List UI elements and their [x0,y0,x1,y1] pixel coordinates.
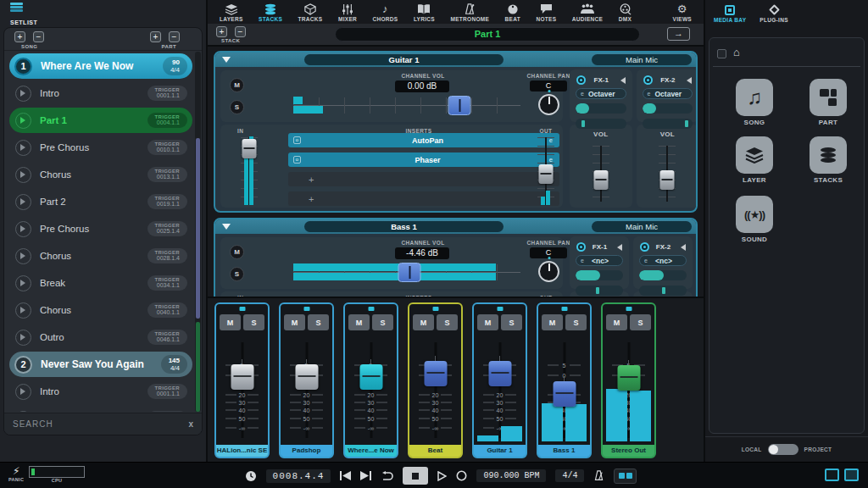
setlist-item[interactable]: Intro TRIGGER0001.1.1 [9,379,192,404]
fx-edit-icon[interactable]: e [648,91,651,97]
mixer-channel-strip[interactable]: M S 5 0 20 [214,302,270,458]
channel-name[interactable]: Guitar 1 [474,445,526,457]
mixer-solo-button[interactable]: S [565,314,587,330]
layout-toggle-left[interactable] [825,469,839,481]
fader-cap[interactable] [488,361,511,386]
pan-knob[interactable] [538,261,559,282]
insert-power-icon[interactable]: o [293,136,301,144]
setlist-item[interactable]: Chorus TRIGGER0013.1.1 [9,162,192,187]
fader-cap[interactable] [617,365,640,391]
collapse-icon[interactable] [222,224,231,234]
insert-slot[interactable]: o AutoPan e [288,133,559,147]
stack-name[interactable]: Bass 1 [304,221,504,232]
fx-power-button[interactable] [640,242,649,252]
fx-send-slider[interactable] [639,270,687,280]
tab-stacks[interactable]: STACKS [259,3,282,22]
mute-button[interactable]: M [230,245,244,259]
collapse-icon[interactable] [222,57,231,67]
mixer-solo-button[interactable]: S [308,314,329,330]
play-icon[interactable] [15,167,31,183]
mixer-mute-button[interactable]: M [542,314,563,330]
channel-fader-zone[interactable]: 5 0 20 30 40 50 [540,338,588,441]
tab-dmx[interactable]: DMX [619,3,632,22]
loop-button[interactable] [381,471,393,481]
fx-edit-icon[interactable]: e [581,258,584,263]
setlist-item[interactable]: Outro TRIGGER0046.1.1 [9,324,192,350]
mixer-mute-button[interactable]: M [348,314,370,330]
channel-vol-value[interactable]: 0.00 dB [395,80,449,92]
fx-plugin-slot[interactable]: e <nc> [639,255,687,266]
tile-part[interactable]: PART [803,79,854,126]
setlist-item[interactable]: Break TRIGGER0034.1.1 [9,270,192,296]
stack-name[interactable]: Guitar 1 [304,54,504,65]
mixer-mute-button[interactable]: M [220,314,241,330]
next-button[interactable] [360,471,371,480]
channel-vol-slider[interactable] [293,95,520,116]
fader-cap[interactable] [231,364,253,390]
fader-cap[interactable] [359,364,382,390]
channel-fader-zone[interactable]: 5 0 20 30 40 50 [476,338,524,441]
pads-button[interactable] [614,469,637,484]
insert-power-icon[interactable]: o [293,156,301,164]
current-part-display[interactable]: Part 1 [335,27,640,42]
time-display[interactable]: 0008.4.4 [266,469,331,483]
insert-empty-slot[interactable]: + [288,172,559,186]
fx-vol-fader[interactable] [659,144,676,203]
metronome-toggle[interactable] [593,470,604,481]
channel-fader-zone[interactable]: 5 0 20 30 40 50 [604,338,653,441]
play-icon[interactable] [15,248,31,264]
channel-name[interactable]: Beat [409,445,461,457]
play-icon[interactable] [15,384,31,400]
mute-button[interactable]: M [230,78,244,92]
tile-layer[interactable]: LAYER [729,136,780,184]
setlist-item[interactable]: Pre Chorus TRIGGER0010.1.1 [9,135,192,160]
play-icon[interactable] [15,275,31,291]
tab-notes[interactable]: NOTES [536,3,556,22]
search-input[interactable] [13,419,188,429]
setlist-header[interactable]: SETLIST [0,0,206,25]
panic-button[interactable]: ⚡ PANIC [8,466,24,482]
local-project-switch[interactable] [768,444,798,455]
fx-edit-icon[interactable]: e [644,258,648,263]
stop-button[interactable] [403,467,428,485]
mixer-channel-strip[interactable]: M S 5 0 20 [408,302,463,458]
tab-chords[interactable]: ♪ CHORDS [372,3,398,22]
play-icon[interactable] [15,140,31,156]
add-song-button[interactable]: + [14,31,25,42]
fader-cap[interactable] [424,361,447,386]
tab-layers[interactable]: LAYERS [220,3,243,22]
channel-fader-zone[interactable]: 5 0 20 30 40 50 [218,338,266,441]
output-fader[interactable] [537,136,554,207]
fx-vol-fader[interactable] [593,144,609,203]
mixer-channel-strip[interactable]: M S 5 0 20 [601,302,656,458]
tab-tracks[interactable]: TRACKS [298,3,323,22]
play-icon[interactable] [15,302,31,319]
fx-plugin-slot[interactable]: e Octaver [576,88,626,99]
setlist-item[interactable]: Chorus TRIGGER0040.1.1 [9,297,192,323]
input-fader-cap[interactable] [242,139,257,158]
solo-button[interactable]: S [230,100,244,114]
stack-output[interactable]: Main Mic [592,221,692,232]
stack-header[interactable]: Guitar 1 Main Mic [215,53,696,67]
channel-name[interactable]: Where...e Now [345,445,397,457]
filter-checkbox[interactable] [717,49,726,58]
insert-slot[interactable]: o Phaser e [288,152,559,167]
setlist-item[interactable]: Part 1 TRIGGER0004.1.1 [9,108,192,133]
previous-button[interactable] [340,471,351,480]
fx-power-button[interactable] [576,75,586,85]
channel-name[interactable]: Padshop [281,445,332,457]
fx-send-slider[interactable] [576,103,626,114]
fx-power-button[interactable] [643,75,653,85]
home-icon[interactable]: ⌂ [733,46,740,58]
next-part-arrow-button[interactable]: → [667,27,690,41]
remove-stack-button[interactable]: − [235,26,246,37]
time-signature-display[interactable]: 4/4 [555,469,584,482]
input-fader[interactable] [241,136,258,207]
mixer-solo-button[interactable]: S [372,314,393,330]
tab-plug-ins[interactable]: PLUG-INS [760,3,787,23]
output-fader-cap[interactable] [539,164,554,184]
fader-cap[interactable] [295,364,318,390]
fx-plugin-slot[interactable]: e Octaver [643,88,693,99]
play-icon[interactable] [15,194,31,210]
fader-cap[interactable] [553,381,576,407]
